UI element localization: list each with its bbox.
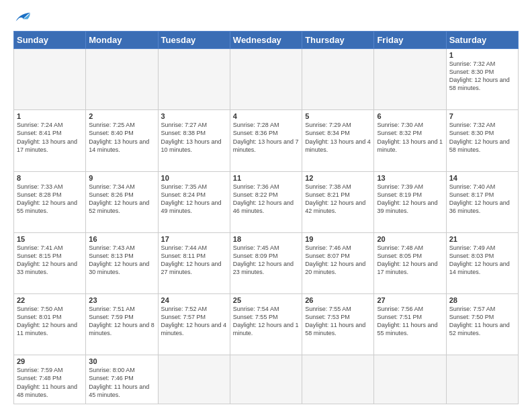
day-info: Sunrise: 7:43 AMSunset: 8:13 PMDaylight:… [89,244,154,277]
day-info: Sunrise: 7:54 AMSunset: 7:55 PMDaylight:… [233,305,299,338]
calendar-day-cell: 3Sunrise: 7:27 AMSunset: 8:38 PMDaylight… [158,110,230,171]
calendar-week-row: 1Sunrise: 7:32 AMSunset: 8:30 PMDaylight… [14,49,519,110]
day-number: 8 [17,174,83,182]
calendar-day-cell [158,49,230,110]
day-info: Sunrise: 7:39 AMSunset: 8:19 PMDaylight:… [377,183,443,216]
calendar-day-cell: 19Sunrise: 7:46 AMSunset: 8:07 PMDayligh… [302,232,374,293]
day-number: 7 [449,112,515,120]
logo [13,11,31,24]
calendar-day-cell: 2Sunrise: 7:25 AMSunset: 8:40 PMDaylight… [86,110,158,171]
header [13,11,519,24]
day-number: 1 [17,112,83,120]
calendar-week-row: 15Sunrise: 7:41 AMSunset: 8:15 PMDayligh… [14,232,519,293]
calendar-day-cell: 21Sunrise: 7:49 AMSunset: 8:03 PMDayligh… [446,232,518,293]
day-info: Sunrise: 7:29 AMSunset: 8:34 PMDaylight:… [305,121,371,154]
day-info: Sunrise: 7:28 AMSunset: 8:36 PMDaylight:… [233,121,299,154]
day-info: Sunrise: 7:33 AMSunset: 8:28 PMDaylight:… [17,183,83,216]
day-info: Sunrise: 8:00 AMSunset: 7:46 PMDaylight:… [89,366,154,399]
day-number: 13 [377,174,443,182]
calendar-day-cell: 28Sunrise: 7:57 AMSunset: 7:50 PMDayligh… [446,294,518,355]
day-info: Sunrise: 7:44 AMSunset: 8:11 PMDaylight:… [161,244,227,277]
calendar-day-cell [374,49,446,110]
day-number: 1 [449,51,515,59]
calendar-day-cell: 14Sunrise: 7:40 AMSunset: 8:17 PMDayligh… [446,171,518,232]
calendar-day-cell [158,355,230,404]
calendar-weekday-header: Saturday [446,32,518,49]
day-info: Sunrise: 7:57 AMSunset: 7:50 PMDaylight:… [449,305,515,338]
calendar-day-cell: 9Sunrise: 7:34 AMSunset: 8:26 PMDaylight… [86,171,158,232]
day-number: 18 [233,235,299,243]
day-info: Sunrise: 7:40 AMSunset: 8:17 PMDaylight:… [449,183,515,216]
calendar-day-cell [302,49,374,110]
calendar-week-row: 8Sunrise: 7:33 AMSunset: 8:28 PMDaylight… [14,171,519,232]
calendar-weekday-header: Thursday [302,32,374,49]
day-info: Sunrise: 7:59 AMSunset: 7:48 PMDaylight:… [17,366,83,399]
calendar-table: SundayMondayTuesdayWednesdayThursdayFrid… [13,31,519,404]
day-number: 25 [233,296,299,304]
calendar-day-cell: 4Sunrise: 7:28 AMSunset: 8:36 PMDaylight… [230,110,302,171]
calendar-day-cell: 5Sunrise: 7:29 AMSunset: 8:34 PMDaylight… [302,110,374,171]
calendar-page: SundayMondayTuesdayWednesdayThursdayFrid… [0,0,532,411]
day-info: Sunrise: 7:30 AMSunset: 8:32 PMDaylight:… [377,121,443,154]
calendar-week-row: 1Sunrise: 7:24 AMSunset: 8:41 PMDaylight… [14,110,519,171]
calendar-day-cell: 11Sunrise: 7:36 AMSunset: 8:22 PMDayligh… [230,171,302,232]
day-info: Sunrise: 7:46 AMSunset: 8:07 PMDaylight:… [305,244,371,277]
day-info: Sunrise: 7:24 AMSunset: 8:41 PMDaylight:… [17,121,83,154]
day-info: Sunrise: 7:34 AMSunset: 8:26 PMDaylight:… [89,183,154,216]
day-number: 27 [377,296,443,304]
day-number: 5 [305,112,371,120]
day-number: 4 [233,112,299,120]
calendar-day-cell: 13Sunrise: 7:39 AMSunset: 8:19 PMDayligh… [374,171,446,232]
day-info: Sunrise: 7:32 AMSunset: 8:30 PMDaylight:… [449,121,515,154]
day-number: 15 [17,235,83,243]
day-number: 12 [305,174,371,182]
day-number: 17 [161,235,227,243]
day-info: Sunrise: 7:51 AMSunset: 7:59 PMDaylight:… [89,305,154,338]
day-number: 10 [161,174,227,182]
calendar-day-cell: 16Sunrise: 7:43 AMSunset: 8:13 PMDayligh… [86,232,158,293]
calendar-day-cell: 15Sunrise: 7:41 AMSunset: 8:15 PMDayligh… [14,232,86,293]
calendar-day-cell: 1Sunrise: 7:32 AMSunset: 8:30 PMDaylight… [446,49,518,110]
day-info: Sunrise: 7:38 AMSunset: 8:21 PMDaylight:… [305,183,371,216]
day-info: Sunrise: 7:48 AMSunset: 8:05 PMDaylight:… [377,244,443,277]
calendar-day-cell [446,355,518,404]
day-number: 2 [89,112,154,120]
day-info: Sunrise: 7:56 AMSunset: 7:51 PMDaylight:… [377,305,443,338]
day-info: Sunrise: 7:32 AMSunset: 8:30 PMDaylight:… [449,60,515,93]
calendar-weekday-header: Wednesday [230,32,302,49]
calendar-day-cell [14,49,86,110]
logo-bird-icon [15,11,31,24]
calendar-day-cell: 25Sunrise: 7:54 AMSunset: 7:55 PMDayligh… [230,294,302,355]
calendar-weekday-header: Sunday [14,32,86,49]
day-info: Sunrise: 7:50 AMSunset: 8:01 PMDaylight:… [17,305,83,338]
calendar-day-cell: 26Sunrise: 7:55 AMSunset: 7:53 PMDayligh… [302,294,374,355]
calendar-day-cell: 7Sunrise: 7:32 AMSunset: 8:30 PMDaylight… [446,110,518,171]
calendar-day-cell: 12Sunrise: 7:38 AMSunset: 8:21 PMDayligh… [302,171,374,232]
calendar-day-cell: 1Sunrise: 7:24 AMSunset: 8:41 PMDaylight… [14,110,86,171]
calendar-day-cell [230,49,302,110]
calendar-day-cell: 22Sunrise: 7:50 AMSunset: 8:01 PMDayligh… [14,294,86,355]
day-number: 20 [377,235,443,243]
calendar-week-row: 22Sunrise: 7:50 AMSunset: 8:01 PMDayligh… [14,294,519,355]
day-number: 3 [161,112,227,120]
day-number: 6 [377,112,443,120]
calendar-day-cell: 8Sunrise: 7:33 AMSunset: 8:28 PMDaylight… [14,171,86,232]
calendar-weekday-header: Monday [86,32,158,49]
calendar-day-cell [374,355,446,404]
calendar-day-cell [86,49,158,110]
day-info: Sunrise: 7:41 AMSunset: 8:15 PMDaylight:… [17,244,83,277]
calendar-weekday-header: Tuesday [158,32,230,49]
day-info: Sunrise: 7:25 AMSunset: 8:40 PMDaylight:… [89,121,154,154]
day-number: 21 [449,235,515,243]
day-number: 24 [161,296,227,304]
day-info: Sunrise: 7:35 AMSunset: 8:24 PMDaylight:… [161,183,227,216]
calendar-day-cell: 20Sunrise: 7:48 AMSunset: 8:05 PMDayligh… [374,232,446,293]
calendar-day-cell: 30Sunrise: 8:00 AMSunset: 7:46 PMDayligh… [86,355,158,404]
calendar-day-cell [302,355,374,404]
day-info: Sunrise: 7:49 AMSunset: 8:03 PMDaylight:… [449,244,515,277]
day-number: 14 [449,174,515,182]
day-number: 23 [89,296,154,304]
calendar-day-cell: 6Sunrise: 7:30 AMSunset: 8:32 PMDaylight… [374,110,446,171]
day-info: Sunrise: 7:27 AMSunset: 8:38 PMDaylight:… [161,121,227,154]
day-number: 19 [305,235,371,243]
